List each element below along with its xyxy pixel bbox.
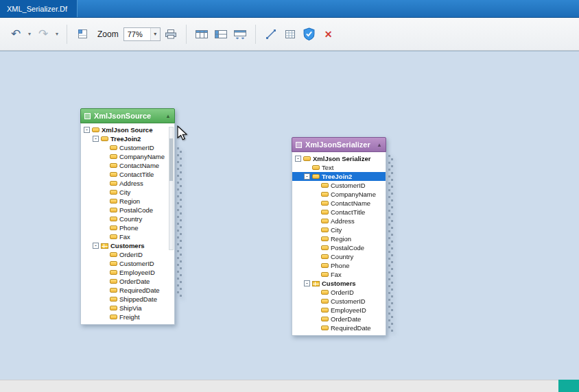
field-tag-icon: [321, 183, 329, 188]
tree-node-label: Fax: [331, 270, 342, 279]
document-tab[interactable]: XML_Serializer.Df: [0, 0, 78, 17]
remove-button[interactable]: ✕: [320, 25, 338, 43]
tree-node-label: ContactName: [331, 199, 370, 208]
tree-node[interactable]: ContactName: [81, 161, 174, 170]
tree-node-label: OrderDate: [331, 315, 361, 323]
redo-dropdown-caret[interactable]: ▾: [54, 31, 60, 37]
tree-node[interactable]: ContactTitle: [81, 170, 174, 179]
tree-node[interactable]: City: [292, 225, 386, 234]
tree-node[interactable]: -XmlJson Source: [81, 125, 174, 134]
toolbar-separator: [67, 25, 67, 44]
expander-spacer: [313, 316, 319, 322]
tree-node[interactable]: CustomerID: [81, 259, 174, 268]
collapse-expander-icon[interactable]: -: [295, 156, 301, 162]
expander-spacer: [313, 236, 319, 242]
expander-spacer: [102, 154, 108, 160]
tree-node[interactable]: Address: [81, 179, 174, 188]
collapse-expander-icon[interactable]: -: [93, 136, 99, 142]
collapse-expander-icon[interactable]: -: [93, 243, 99, 249]
tree-node[interactable]: City: [81, 188, 174, 197]
expander-spacer: [304, 164, 310, 171]
expander-spacer: [102, 287, 108, 293]
tree-node[interactable]: ContactTitle: [292, 208, 386, 217]
collapse-expander-icon[interactable]: -: [304, 173, 310, 180]
tree-node[interactable]: Address: [292, 217, 386, 225]
tree-node[interactable]: Country: [292, 252, 386, 261]
tree-node[interactable]: Region: [81, 197, 174, 206]
zoom-combobox[interactable]: 77% ▾: [123, 27, 161, 41]
collapse-expander-icon[interactable]: -: [304, 280, 310, 286]
tree-node-label: Customers: [110, 241, 145, 250]
expander-spacer: [313, 325, 319, 331]
tree-node[interactable]: OrderID: [292, 288, 386, 297]
tree-node[interactable]: ShipVia: [81, 304, 174, 313]
tree-node[interactable]: RequiredDate: [292, 323, 386, 332]
field-tag-icon: [321, 245, 329, 250]
tree-scrollbar[interactable]: [169, 127, 174, 250]
tree-node[interactable]: CustomerID: [292, 181, 386, 190]
mapping-canvas[interactable]: XmlJsonSource ▲ -XmlJson Source-TreeJoin…: [0, 51, 579, 380]
output-connector-strip[interactable]: [388, 155, 394, 332]
tree-node[interactable]: -Customers: [81, 241, 174, 250]
tree-node[interactable]: Region: [292, 234, 386, 243]
expander-spacer: [102, 234, 108, 240]
tree-node[interactable]: Country: [81, 215, 174, 223]
undo-button[interactable]: ↶: [7, 25, 25, 43]
field-tag-icon: [321, 219, 329, 223]
tree-node[interactable]: ShippedDate: [81, 295, 174, 304]
grid-button[interactable]: [281, 25, 299, 43]
collapse-expander-icon[interactable]: -: [84, 127, 90, 133]
tree-node[interactable]: Fax: [292, 270, 386, 279]
tree-node[interactable]: CompanyName: [81, 152, 174, 161]
tree-node[interactable]: ContactName: [292, 199, 386, 208]
source-component[interactable]: XmlJsonSource ▲ -XmlJson Source-TreeJoin…: [80, 108, 175, 325]
tree-node-label: RequiredDate: [331, 323, 371, 332]
tree-node[interactable]: Phone: [292, 261, 386, 270]
tree-node[interactable]: -Customers: [292, 279, 386, 288]
field-tag-icon: [321, 317, 329, 321]
tree-node[interactable]: -TreeJoin2: [81, 134, 174, 143]
tree-node[interactable]: PostalCode: [81, 206, 174, 215]
print-button[interactable]: [162, 25, 180, 43]
tree-node[interactable]: EmployeeID: [292, 306, 386, 315]
collapse-icon[interactable]: ▲: [377, 142, 382, 148]
tree-node[interactable]: EmployeeID: [81, 268, 174, 277]
undo-dropdown-caret[interactable]: ▾: [26, 31, 33, 37]
tree-node[interactable]: OrderDate: [292, 315, 386, 323]
zoom-dropdown-caret[interactable]: ▾: [150, 28, 160, 40]
split-view-button[interactable]: [231, 25, 249, 43]
tree-node[interactable]: -TreeJoin2: [292, 172, 386, 181]
tree-node[interactable]: PostalCode: [292, 243, 386, 252]
tree-node[interactable]: OrderID: [81, 250, 174, 259]
zoom-label: Zoom: [97, 29, 119, 39]
merged-view-button[interactable]: [212, 25, 230, 43]
scrollbar-thumb[interactable]: [169, 138, 173, 181]
tree-node-label: Customers: [322, 279, 356, 288]
tree-node[interactable]: -XmlJson Serializer: [292, 154, 386, 163]
tree-node[interactable]: CustomerID: [292, 297, 386, 306]
tree-node[interactable]: CustomerID: [81, 143, 174, 152]
redo-button[interactable]: ↷: [34, 25, 52, 43]
tree-node[interactable]: Text: [292, 163, 386, 172]
tree-node[interactable]: Phone: [81, 223, 174, 232]
tree-node[interactable]: Freight: [81, 313, 174, 321]
tree-node-label: CustomerID: [331, 297, 366, 306]
serializer-component[interactable]: XmlJsonSerializer ▲ -XmlJson SerializerT…: [292, 137, 386, 336]
tree-node[interactable]: CompanyName: [292, 190, 386, 199]
field-tag-icon: [110, 225, 117, 230]
tree-node-label: Country: [331, 252, 353, 261]
serializer-component-header[interactable]: XmlJsonSerializer ▲: [292, 137, 386, 152]
page-setup-icon: [77, 28, 88, 40]
tree-node[interactable]: RequiredDate: [81, 286, 174, 295]
expander-spacer: [313, 262, 319, 269]
collapse-icon[interactable]: ▲: [165, 113, 171, 119]
source-component-header[interactable]: XmlJsonSource ▲: [80, 108, 175, 123]
page-setup-button[interactable]: [73, 25, 91, 43]
toolbar: ↶ ▾ ↷ ▾ Zoom 77% ▾: [0, 18, 579, 51]
validate-button[interactable]: [300, 25, 318, 43]
draw-connection-button[interactable]: [262, 25, 280, 43]
tree-node[interactable]: OrderDate: [81, 277, 174, 286]
table-view-button[interactable]: [193, 25, 211, 43]
output-connector-strip[interactable]: [176, 147, 182, 297]
tree-node[interactable]: Fax: [81, 232, 174, 241]
